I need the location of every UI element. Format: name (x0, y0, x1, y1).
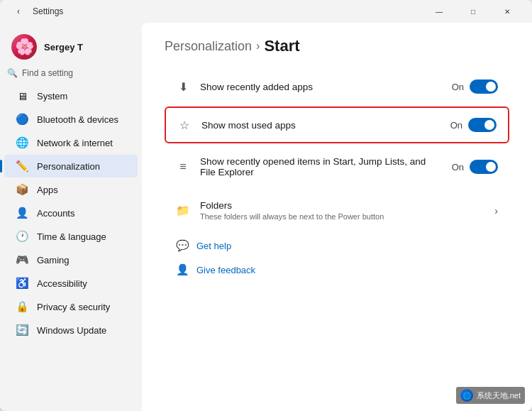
personalization-nav-label: Personalization (37, 161, 100, 172)
recently-opened-toggle[interactable] (470, 160, 498, 174)
sidebar-item-update[interactable]: 🔄 Windows Update (4, 319, 138, 341)
time-nav-icon: 🕐 (16, 230, 28, 243)
accounts-nav-icon: 👤 (16, 207, 28, 219)
watermark-globe-icon: 🌐 (460, 389, 473, 402)
get-help-link[interactable]: Get help (196, 241, 231, 251)
give-feedback-icon: 👤 (176, 263, 189, 276)
avatar-icon: 🌸 (15, 38, 34, 56)
search-icon: 🔍 (7, 68, 18, 78)
link-row-get-help[interactable]: 💬 Get help (165, 234, 509, 258)
setting-row-recently-opened[interactable]: ≡ Show recently opened items in Start, J… (165, 146, 509, 187)
sidebar-item-gaming[interactable]: 🎮 Gaming (4, 248, 138, 271)
minimize-button[interactable]: — (423, 0, 455, 23)
recently-added-text: Show recently added apps (200, 82, 442, 92)
breadcrumb-parent: Personalization (165, 39, 252, 54)
back-icon: ‹ (17, 6, 20, 16)
sidebar-item-privacy[interactable]: 🔒 Privacy & security (4, 295, 138, 318)
most-used-label: Show most used apps (201, 120, 440, 131)
give-feedback-link[interactable]: Give feedback (196, 265, 255, 275)
privacy-nav-icon: 🔒 (16, 300, 28, 313)
folders-sublabel: These folders will always be next to the… (200, 212, 484, 221)
recently-added-icon: ⬇ (176, 80, 190, 94)
watermark: 🌐 系统天地.net (456, 387, 525, 404)
recently-opened-label: Show recently opened items in Start, Jum… (200, 156, 442, 177)
content-area: Personalization › Start ⬇ Show recently … (142, 23, 532, 411)
gaming-nav-icon: 🎮 (16, 253, 28, 266)
sidebar-item-time[interactable]: 🕐 Time & language (4, 225, 138, 248)
recently-opened-value: On (452, 162, 464, 172)
sidebar-item-accounts[interactable]: 👤 Accounts (4, 202, 138, 224)
folders-label: Folders (200, 200, 484, 211)
setting-row-most-used[interactable]: ☆ Show most used apps On (165, 106, 509, 143)
maximize-button[interactable]: □ (457, 0, 489, 23)
setting-row-recently-added[interactable]: ⬇ Show recently added apps On (165, 70, 509, 104)
most-used-toggle[interactable] (468, 118, 497, 132)
folders-chevron-icon: › (494, 205, 498, 217)
folder-icon: 📁 (176, 204, 190, 218)
sidebar-item-bluetooth[interactable]: 🔵 Bluetooth & devices (4, 108, 138, 131)
avatar: 🌸 (11, 34, 37, 60)
recently-added-label: Show recently added apps (200, 82, 442, 92)
accounts-nav-label: Accounts (37, 208, 74, 219)
find-setting-label: Find a setting (22, 68, 73, 78)
recently-opened-right: On (452, 160, 498, 174)
folders-row[interactable]: 📁 Folders These folders will always be n… (165, 190, 509, 231)
bluetooth-nav-icon: 🔵 (16, 113, 28, 126)
breadcrumb: Personalization › Start (165, 37, 509, 55)
time-nav-label: Time & language (37, 231, 106, 242)
nav-list: 🖥 System 🔵 Bluetooth & devices 🌐 Network… (0, 84, 142, 341)
system-nav-icon: 🖥 (16, 89, 28, 102)
apps-nav-label: Apps (37, 185, 58, 195)
most-used-text: Show most used apps (201, 120, 440, 131)
sidebar-item-network[interactable]: 🌐 Network & internet (4, 131, 138, 154)
main-layout: 🌸 Sergey T 🔍 Find a setting 🖥 System 🔵 B… (0, 23, 532, 411)
most-used-icon: ☆ (177, 118, 192, 132)
links-list: 💬 Get help 👤 Give feedback (165, 234, 509, 282)
most-used-value: On (450, 120, 462, 131)
recently-opened-text: Show recently opened items in Start, Jum… (200, 156, 442, 177)
sidebar-item-personalization[interactable]: ✏️ Personalization (4, 155, 138, 177)
settings-list: ⬇ Show recently added apps On ☆ Show mos… (165, 70, 509, 187)
bluetooth-nav-label: Bluetooth & devices (37, 114, 118, 125)
titlebar: ‹ Settings — □ ✕ (0, 0, 532, 23)
accessibility-nav-icon: ♿ (16, 277, 28, 290)
recently-added-right: On (452, 80, 498, 94)
sidebar: 🌸 Sergey T 🔍 Find a setting 🖥 System 🔵 B… (0, 23, 142, 411)
user-section: 🌸 Sergey T (0, 28, 142, 68)
apps-nav-icon: 📦 (16, 183, 28, 196)
update-nav-icon: 🔄 (16, 324, 28, 336)
watermark-text: 系统天地.net (477, 390, 521, 401)
get-help-icon: 💬 (176, 239, 189, 252)
back-button[interactable]: ‹ (9, 1, 28, 21)
find-setting-row[interactable]: 🔍 Find a setting (0, 68, 142, 84)
update-nav-label: Windows Update (37, 325, 106, 336)
folders-text: Folders These folders will always be nex… (200, 200, 484, 221)
sidebar-item-apps[interactable]: 📦 Apps (4, 178, 138, 201)
network-nav-label: Network & internet (37, 138, 113, 148)
link-row-give-feedback[interactable]: 👤 Give feedback (165, 258, 509, 282)
privacy-nav-label: Privacy & security (37, 302, 110, 312)
gaming-nav-label: Gaming (37, 255, 70, 265)
breadcrumb-separator: › (256, 40, 260, 53)
sidebar-item-system[interactable]: 🖥 System (4, 84, 138, 107)
system-nav-label: System (37, 91, 67, 102)
sidebar-item-accessibility[interactable]: ♿ Accessibility (4, 272, 138, 295)
close-button[interactable]: ✕ (491, 0, 523, 23)
window-title: Settings (33, 6, 63, 16)
personalization-nav-icon: ✏️ (16, 160, 28, 172)
window-controls: — □ ✕ (423, 0, 523, 23)
network-nav-icon: 🌐 (16, 136, 28, 149)
recently-added-value: On (452, 82, 464, 92)
accessibility-nav-label: Accessibility (37, 278, 87, 289)
breadcrumb-current: Start (264, 37, 299, 55)
settings-window: ‹ Settings — □ ✕ 🌸 Sergey T 🔍 Find a set… (0, 0, 532, 411)
most-used-right: On (450, 118, 497, 132)
user-name: Sergey T (44, 42, 83, 53)
recently-added-toggle[interactable] (470, 80, 498, 94)
recently-opened-icon: ≡ (176, 160, 190, 174)
